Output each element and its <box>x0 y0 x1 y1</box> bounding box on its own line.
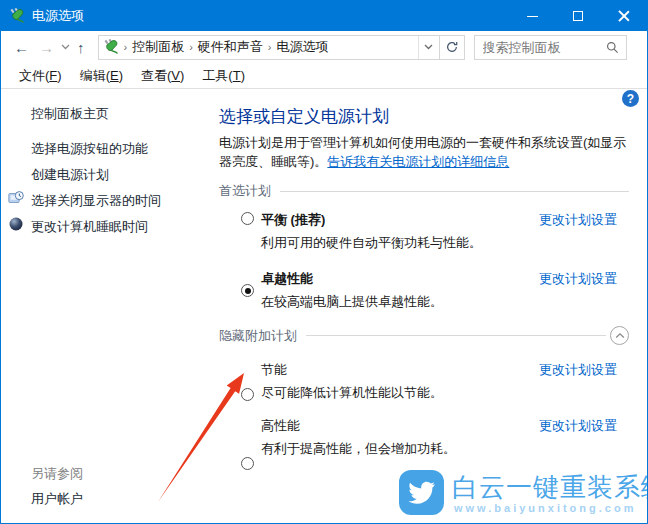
collapse-section-button[interactable] <box>610 326 629 345</box>
sidebar-item-power-buttons[interactable]: 选择电源按钮的功能 <box>31 140 148 158</box>
sidebar-item-display-off-time[interactable]: 选择关闭显示器的时间 <box>31 192 161 210</box>
learn-more-link[interactable]: 告诉我有关电源计划的详细信息 <box>327 154 509 169</box>
plan-desc-balanced: 利用可用的硬件自动平衡功耗与性能。 <box>261 234 482 252</box>
plan-desc-ultimate-performance: 在较高端电脑上提供卓越性能。 <box>261 293 443 311</box>
preferred-plans-header: 首选计划 <box>219 182 629 200</box>
plan-desc-power-saver: 尽可能降低计算机性能以节能。 <box>261 384 443 402</box>
plan-name-high-performance: 高性能 <box>261 417 300 435</box>
up-button[interactable]: ↑ <box>72 40 90 55</box>
additional-plans-header: 隐藏附加计划 <box>219 326 629 345</box>
menu-bar: 文件(F) 编辑(E) 查看(V) 工具(T) <box>1 63 647 89</box>
help-button[interactable]: ? <box>622 90 639 107</box>
preferred-plans-label: 首选计划 <box>219 182 271 200</box>
window-title: 电源选项 <box>32 7 84 25</box>
sidebar-item-create-power-plan[interactable]: 创建电源计划 <box>31 166 109 184</box>
plan-name-ultimate-performance: 卓越性能 <box>261 270 313 288</box>
twitter-bird-icon <box>408 481 436 505</box>
refresh-icon <box>445 40 459 54</box>
close-icon <box>618 10 630 22</box>
menu-edit[interactable]: 编辑(E) <box>71 67 132 85</box>
chevron-down-icon <box>424 44 433 50</box>
title-bar: 电源选项 <box>1 1 647 31</box>
address-bar[interactable]: › 控制面板 › 硬件和声音 › 电源选项 <box>98 35 440 60</box>
forward-button[interactable]: → <box>34 40 59 55</box>
breadcrumb-control-panel[interactable]: 控制面板 <box>128 38 188 56</box>
radio-ultimate-performance[interactable] <box>241 284 254 297</box>
sidebar-item-control-panel-home[interactable]: 控制面板主页 <box>31 105 109 123</box>
sidebar-item-sleep-time[interactable]: 更改计算机睡眠时间 <box>31 218 148 236</box>
change-plan-settings-link-ultimate[interactable]: 更改计划设置 <box>539 270 617 288</box>
group-divider <box>280 191 629 192</box>
power-plug-icon <box>104 39 120 55</box>
see-also-header: 另请参阅 <box>31 465 83 483</box>
menu-tools[interactable]: 工具(T) <box>193 67 254 85</box>
chevron-up-icon <box>615 332 625 339</box>
watermark-url: www.baiyunxitong.com <box>454 502 636 514</box>
menu-file[interactable]: 文件(F) <box>10 67 71 85</box>
recent-pages-dropdown[interactable] <box>59 44 72 50</box>
address-toolbar: ← → ↑ › 控制面板 › 硬件和声音 › 电源选项 <box>1 31 647 63</box>
back-button[interactable]: ← <box>9 40 34 55</box>
search-icon[interactable] <box>604 41 626 54</box>
sidebar-item-user-accounts[interactable]: 用户帐户 <box>31 490 83 508</box>
display-timeout-icon <box>8 190 24 206</box>
additional-plans-label: 隐藏附加计划 <box>219 327 297 345</box>
group-divider <box>306 335 606 336</box>
watermark-logo <box>399 470 444 515</box>
content-area: 控制面板主页 选择电源按钮的功能 创建电源计划 选择关闭显示器的时间 更改计算机… <box>1 89 647 524</box>
change-plan-settings-link-high-performance[interactable]: 更改计划设置 <box>539 417 617 435</box>
minimize-icon <box>527 16 538 17</box>
help-question-glyph: ? <box>627 92 634 106</box>
page-description: 电源计划是用于管理计算机如何使用电源的一套硬件和系统设置(如显示器亮度、睡眠等)… <box>219 133 627 171</box>
search-input[interactable] <box>475 40 604 55</box>
watermark-brand: 白云一键重装系统 <box>452 470 648 505</box>
power-plug-icon <box>10 8 26 24</box>
change-plan-settings-link-balanced[interactable]: 更改计划设置 <box>539 211 617 229</box>
breadcrumb-power-options[interactable]: 电源选项 <box>273 38 333 56</box>
power-options-window: 电源选项 ← → ↑ › 控制面板 › 硬件和 <box>0 0 648 524</box>
menu-view[interactable]: 查看(V) <box>132 67 193 85</box>
address-dropdown-button[interactable] <box>418 36 439 59</box>
radio-high-performance[interactable] <box>241 457 254 470</box>
close-button[interactable] <box>601 1 647 31</box>
refresh-button[interactable] <box>440 35 465 60</box>
search-box[interactable] <box>474 35 627 60</box>
maximize-icon <box>573 11 583 21</box>
plan-desc-high-performance: 有利于提高性能，但会增加功耗。 <box>261 440 456 458</box>
radio-power-saver[interactable] <box>241 388 254 401</box>
chevron-down-icon <box>61 44 70 50</box>
radio-balanced[interactable] <box>241 212 254 225</box>
minimize-button[interactable] <box>509 1 555 31</box>
change-plan-settings-link-power-saver[interactable]: 更改计划设置 <box>539 361 617 379</box>
plan-name-balanced: 平衡 (推荐) <box>261 211 325 229</box>
plan-name-power-saver: 节能 <box>261 361 287 379</box>
sleep-icon <box>8 216 24 232</box>
maximize-button[interactable] <box>555 1 601 31</box>
page-title: 选择或自定义电源计划 <box>219 105 389 128</box>
breadcrumb-hardware-sound[interactable]: 硬件和声音 <box>194 38 267 56</box>
